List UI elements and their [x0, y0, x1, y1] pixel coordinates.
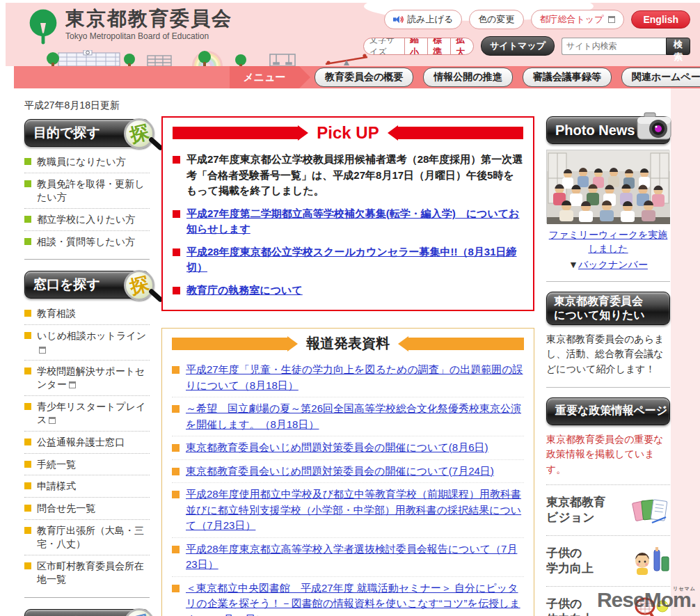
window-list: 教育相談 いじめ相談ホットライン 学校問題解決サポートセンター 青少年リスタート…: [24, 303, 150, 590]
sidebar-item-bullying-hotline[interactable]: いじめ相談ホットライン: [24, 325, 150, 361]
pickup-list: 平成27年度東京都公立学校教員採用候補者選考（28年度採用）第一次選考「合格者受…: [173, 148, 523, 301]
site-search: 検索: [562, 38, 690, 55]
read-aloud-label: 読み上げる: [407, 13, 453, 26]
right-sidebar: Photo News: [546, 116, 670, 616]
press-link-anchor[interactable]: 平成28年度東京都立高等学校入学者選抜検討委員会報告について（7月23日）: [186, 543, 517, 571]
sidebar-item-procedures[interactable]: 手続一覧: [24, 454, 150, 476]
press-item[interactable]: ＜東京都立中央図書館 平成27年度 就職活動セミナー＞ 自分にピッタリの企業を探…: [172, 577, 524, 616]
divider: [546, 281, 670, 282]
resemom-watermark: リセマム ReseMom.: [597, 586, 696, 610]
external-link-icon: [69, 381, 76, 388]
search-by-window-label: 窓口を探す: [33, 276, 100, 294]
press-header: 報道発表資料: [172, 334, 524, 353]
press-item[interactable]: 東京都教育委員会いじめ問題対策委員会の開催について(8月6日): [172, 436, 524, 460]
pickup-link-anchor[interactable]: 平成27年度第二学期都立高等学校補欠募集(転学・編入学) についてお知らせします: [186, 207, 519, 235]
pickup-header: Pick UP: [173, 123, 523, 143]
pickup-link-anchor[interactable]: 教育庁の執務室について: [186, 284, 303, 296]
magnifier-icon: 探: [124, 118, 154, 149]
menu-tab[interactable]: メニュー: [230, 66, 299, 88]
pickup-notice: 平成27年度東京都公立学校教員採用候補者選考（28年度採用）第一次選考「合格者受…: [173, 148, 523, 203]
pickup-link-anchor[interactable]: 平成28年度東京都公立学校スクールカウンセラー募集中!!（8月31日締切）: [186, 246, 517, 274]
about-board-label: 東京都教育委員会 について知りたい: [554, 294, 645, 322]
press-link-anchor[interactable]: 東京都教育委員会いじめ問題対策委員会の開催について(8月6日): [186, 441, 488, 453]
press-item[interactable]: ～希望 国立劇場の夏～第26回全国高等学校総合文化祭優秀校東京公演を開催します。…: [172, 397, 524, 436]
pickup-link[interactable]: 平成27年度第二学期都立高等学校補欠募集(転学・編入学) についてお知らせします: [173, 203, 523, 241]
search-by-window-header[interactable]: 窓口を探す 探: [24, 271, 150, 299]
sidebar-item-teacher-license[interactable]: 教員免許を取得・更新したい方: [24, 173, 150, 209]
header-search-row: 文字サイズ 縮小 標準 拡大 サイトマップ 検索: [363, 36, 690, 56]
sidebar-item-municipal-boards[interactable]: 区市町村教育委員会所在地一覧: [24, 555, 150, 590]
sidebar-item-application-forms[interactable]: 申請様式: [24, 475, 150, 498]
backnumber-row: ▼バックナンバー: [546, 259, 670, 271]
press-link-anchor[interactable]: 東京都教育委員会いじめ問題対策委員会の開催について(7月24日): [186, 465, 494, 477]
backnumber-link[interactable]: バックナンバー: [578, 259, 648, 270]
sidebar-item-enter-metro-school[interactable]: 都立学校に入りたい方: [24, 209, 150, 231]
search-schools-header[interactable]: 学校を探す 探: [24, 609, 150, 616]
magnifier-icon: 探: [124, 608, 154, 616]
menu-item-related[interactable]: 関連ホームページ: [621, 68, 700, 87]
menu-item-disclosure[interactable]: 情報公開の推進: [423, 68, 512, 87]
search-button[interactable]: 検索: [666, 38, 690, 55]
search-by-purpose-header[interactable]: 目的で探す 探: [24, 119, 150, 147]
header-utility-row: 読み上げる 色の変更 都庁総合トップ English: [363, 10, 690, 29]
color-change-button[interactable]: 色の変更: [469, 10, 523, 29]
photo-news-caption-link[interactable]: ファミリーウィークを実施しました: [546, 228, 670, 256]
sidebar-item-branch-offices[interactable]: 教育庁出張所（大島・三宅・八丈）: [24, 520, 150, 555]
study-child-icon: [631, 546, 670, 576]
sidebar-item-become-teacher[interactable]: 教職員になりたい方: [24, 151, 150, 173]
speaker-icon: [393, 15, 404, 24]
sitemap-button[interactable]: サイトマップ: [481, 36, 555, 56]
sidebar-item-youth-restart[interactable]: 青少年リスタートプレイス: [24, 396, 150, 432]
font-size-label: 文字サイズ: [364, 38, 404, 55]
press-link-anchor[interactable]: ＜東京都立中央図書館 平成27年度 就職活動セミナー＞ 自分にピッタリの企業を探…: [186, 582, 520, 616]
press-item[interactable]: 平成27年度「児童・生徒の学力向上を図るための調査」の出題範囲の誤りについて（8…: [172, 358, 524, 397]
external-link-icon: [39, 347, 46, 354]
press-link-anchor[interactable]: ～希望 国立劇場の夏～第26回全国高等学校総合文化祭優秀校東京公演を開催します。…: [186, 402, 521, 430]
font-size-medium-button[interactable]: 標準: [427, 38, 450, 54]
triangle-down-icon: ▼: [568, 259, 578, 270]
read-aloud-button[interactable]: 読み上げる: [384, 10, 462, 29]
photo-news-label: Photo News: [555, 123, 635, 139]
main-menubar: メニュー 教育委員会の概要 情報公開の推進 審議会議事録等 関連ホームページ: [14, 66, 700, 88]
policy-info-header[interactable]: 重要な政策情報ページ: [546, 397, 670, 425]
external-link-icon: [608, 16, 615, 23]
font-size-small-button[interactable]: 縮小: [404, 38, 427, 54]
divider: [24, 259, 150, 260]
press-link-anchor[interactable]: 平成27年度「児童・生徒の学力向上を図るための調査」の出題範囲の誤りについて（8…: [186, 363, 523, 391]
site-header: 東京都教育委員会 Tokyo Metropolitan Board of Edu…: [6, 3, 700, 66]
site-title: 東京都教育委員会: [65, 8, 232, 30]
menu-item-minutes[interactable]: 審議会議事録等: [523, 68, 612, 87]
pickup-link[interactable]: 教育庁の執務室について: [173, 279, 523, 302]
press-item[interactable]: 東京都教育委員会いじめ問題対策委員会の開催について(7月24日): [172, 460, 524, 484]
font-size-large-button[interactable]: 拡大: [450, 38, 473, 54]
color-change-label: 色の変更: [478, 13, 514, 26]
site-subtitle: Tokyo Metropolitan Board of Education: [65, 31, 232, 41]
metro-top-link[interactable]: 都庁総合トップ: [531, 10, 625, 29]
press-link-anchor[interactable]: 平成28年度使用都立中学校及び都立中等教育学校（前期課程）用教科書並びに都立特別…: [186, 488, 521, 531]
metro-top-label: 都庁総合トップ: [540, 13, 604, 26]
site-logo[interactable]: 東京都教育委員会 Tokyo Metropolitan Board of Edu…: [25, 8, 232, 49]
search-input[interactable]: [562, 38, 666, 55]
about-board-header[interactable]: 東京都教育委員会 について知りたい: [546, 292, 670, 325]
menu-item-overview[interactable]: 教育委員会の概要: [315, 68, 413, 87]
nav-education-vision[interactable]: 東京都教育 ビジョン: [546, 492, 670, 528]
sidebar-item-contact-list[interactable]: 問合せ先一覧: [24, 498, 150, 520]
camera-icon: [635, 111, 674, 142]
search-by-purpose-label: 目的で探す: [33, 124, 100, 142]
photo-news-image[interactable]: [546, 150, 669, 223]
nav-child-academic[interactable]: 子供の 学力向上: [546, 543, 670, 579]
sidebar-item-education-consult[interactable]: 教育相談: [24, 303, 150, 325]
ginkgo-logo-icon: [25, 8, 61, 49]
press-release-section: 報道発表資料 平成27年度「児童・生徒の学力向上を図るための調査」の出題範囲の誤…: [161, 328, 534, 616]
pickup-link[interactable]: 平成28年度東京都公立学校スクールカウンセラー募集中!!（8月31日締切）: [173, 241, 523, 279]
press-item[interactable]: 平成28年度東京都立高等学校入学者選抜検討委員会報告について（7月23日）: [172, 538, 524, 577]
sidebar-item-consultation[interactable]: 相談・質問等したい方: [24, 231, 150, 253]
main-column: Pick UP 平成27年度東京都公立学校教員採用候補者選考（28年度採用）第一…: [161, 116, 534, 616]
sidebar-item-school-problem-support[interactable]: 学校問題解決サポートセンター: [24, 361, 150, 396]
divider: [546, 387, 670, 388]
sidebar-item-whistleblower[interactable]: 公益通報弁護士窓口: [24, 432, 150, 454]
photo-news-header: Photo News: [546, 116, 670, 144]
english-button[interactable]: English: [631, 10, 690, 29]
press-item[interactable]: 平成28年度使用都立中学校及び都立中等教育学校（前期課程）用教科書並びに都立特別…: [172, 483, 524, 538]
updated-date: 平成27年8月18日更新: [24, 100, 150, 112]
